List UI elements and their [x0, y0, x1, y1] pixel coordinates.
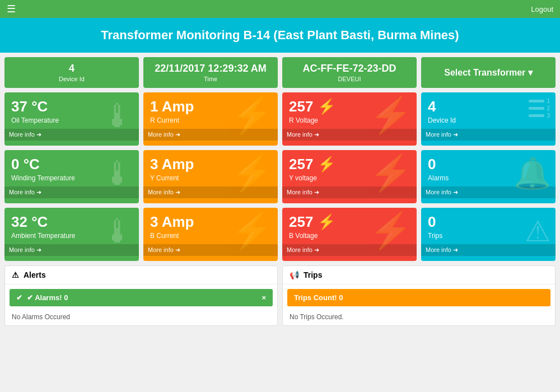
- close-icon[interactable]: ×: [262, 293, 266, 302]
- metric-card-3: 4 Device Id 1 2 3 More info ➜: [421, 92, 556, 146]
- trips-title: Trips: [304, 270, 322, 279]
- bg-warning-icon: ⚠: [525, 214, 551, 248]
- bg-bolt-icon: ⚡: [369, 152, 412, 193]
- alerts-title: Alerts: [24, 270, 46, 279]
- page-title: Transformer Monitoring B-14 (East Plant …: [0, 18, 560, 53]
- metric-card-5: 3 Amp Y Current ⚡ More info ➜: [143, 150, 278, 203]
- metric-card-1: 1 Amp R Current ⚡ More info ➜: [143, 92, 278, 146]
- menu-icon[interactable]: ☰: [7, 3, 16, 15]
- bg-bolt-icon: ⚡: [230, 95, 273, 135]
- time-label: Time: [150, 76, 271, 82]
- alerts-header: ⚠ Alerts: [5, 266, 277, 284]
- deveui-card: AC-FF-FE-72-23-DD DEVEUI: [282, 57, 417, 88]
- device-id-value: 4: [11, 63, 132, 74]
- metric-card-0: 37 °C Oil Temperature 🌡 More info ➜: [4, 92, 139, 146]
- trip-item: Trips Count! 0: [287, 289, 550, 306]
- alert-sub-text: No Alarms Occured: [5, 311, 277, 325]
- metric-card-8: 32 °C Ambient Temperature 🌡 More info ➜: [4, 208, 139, 261]
- alerts-panel: ⚠ Alerts ✔ ✔ Alarms! 0 × No Alarms Occur…: [4, 265, 278, 326]
- bg-bolt-icon: ⚡: [369, 95, 412, 135]
- time-value: 22/11/2017 12:29:32 AM: [150, 63, 271, 74]
- bg-thermometer-icon: 🌡: [102, 212, 134, 249]
- time-card: 22/11/2017 12:29:32 AM Time: [143, 57, 278, 88]
- bg-thermometer-icon: 🌡: [102, 154, 134, 192]
- info-row: 4 Device Id 22/11/2017 12:29:32 AM Time …: [0, 53, 560, 88]
- metric-card-6: 257 ⚡ Y voltage ⚡ More info ➜: [282, 150, 417, 203]
- alarm-label: ✔ Alarms! 0: [27, 293, 68, 302]
- deveui-value: AC-FF-FE-72-23-DD: [289, 63, 410, 74]
- bg-bolt-icon: ⚡: [230, 152, 273, 193]
- bg-thermometer-icon: 🌡: [102, 96, 134, 134]
- trips-header: 📢 Trips: [283, 266, 555, 284]
- logout-button[interactable]: Logout: [531, 5, 553, 13]
- bottom-panels: ⚠ Alerts ✔ ✔ Alarms! 0 × No Alarms Occur…: [0, 265, 560, 330]
- bg-bars-icon: 1 2 3: [529, 98, 550, 119]
- metric-card-2: 257 ⚡ R Voltage ⚡ More info ➜: [282, 92, 417, 146]
- alert-icon: ⚠: [12, 270, 19, 279]
- metric-card-4: 0 °C Winding Temperature 🌡 More info ➜: [4, 150, 139, 203]
- bg-bell-icon: 🔔: [514, 156, 551, 191]
- topbar: ☰ Logout: [0, 0, 560, 18]
- trip-label: Trips Count! 0: [294, 293, 343, 302]
- device-id-label: Device Id: [11, 76, 132, 82]
- alarm-item: ✔ ✔ Alarms! 0 ×: [10, 289, 273, 306]
- select-transformer-button[interactable]: Select Transformer ▾: [421, 57, 556, 88]
- deveui-label: DEVEUI: [289, 76, 410, 82]
- metric-grid: 37 °C Oil Temperature 🌡 More info ➜ 1 Am…: [0, 88, 560, 265]
- metric-card-9: 3 Amp B Current ⚡ More info ➜: [143, 208, 278, 261]
- bg-bolt-icon: ⚡: [369, 210, 412, 250]
- device-id-card: 4 Device Id: [4, 57, 139, 88]
- trips-panel: 📢 Trips Trips Count! 0 No Trips Occured.: [282, 265, 556, 326]
- metric-card-11: 0 Trips ⚠ More info ➜: [421, 208, 556, 261]
- bg-bolt-icon: ⚡: [230, 210, 273, 250]
- metric-card-7: 0 Alarms 🔔 More info ➜: [421, 150, 556, 203]
- checkmark-icon: ✔: [16, 293, 22, 302]
- metric-more-3[interactable]: More info ➜: [421, 129, 556, 141]
- trips-icon: 📢: [290, 270, 299, 279]
- trip-sub-text: No Trips Occured.: [283, 311, 555, 325]
- metric-card-10: 257 ⚡ B Voltage ⚡ More info ➜: [282, 208, 417, 261]
